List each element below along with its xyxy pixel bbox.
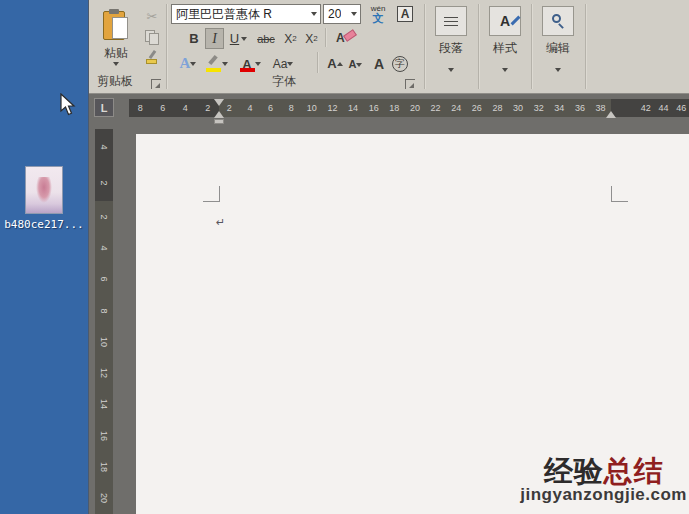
desktop-file-icon[interactable]: b480ce217... bbox=[4, 166, 84, 231]
styles-group-label: 样式 bbox=[479, 40, 531, 57]
font-name-caret-icon bbox=[311, 12, 317, 16]
font-size-caret-icon bbox=[351, 12, 357, 16]
shrink-arrow-icon bbox=[356, 63, 362, 67]
hanging-indent-marker[interactable] bbox=[214, 111, 224, 118]
margin-corner-mark-topright-icon bbox=[611, 186, 628, 202]
enclose-characters-icon: 字 bbox=[392, 56, 408, 72]
document-page[interactable]: ↵ 经验总结 jingyanzongjie.com bbox=[136, 134, 689, 514]
bold-button[interactable]: B bbox=[184, 28, 204, 49]
copy-button[interactable] bbox=[141, 27, 163, 47]
paste-dropdown-caret bbox=[113, 62, 119, 66]
desktop-background: b480ce217... bbox=[0, 0, 88, 514]
character-border-button[interactable]: A bbox=[394, 2, 416, 26]
font-size-value: 20 bbox=[324, 7, 341, 21]
editing-caret-icon bbox=[555, 68, 561, 72]
font-dialog-launcher-icon[interactable] bbox=[405, 79, 415, 89]
desktop-file-label: b480ce217... bbox=[4, 218, 84, 231]
magnifier-icon bbox=[542, 6, 574, 36]
clear-formatting-icon: A bbox=[336, 31, 354, 46]
paragraph-caret-icon bbox=[448, 68, 454, 72]
underline-button[interactable]: U bbox=[225, 28, 252, 49]
shrink-font-button[interactable]: A bbox=[346, 52, 365, 75]
tab-stop-selector[interactable]: L bbox=[94, 98, 114, 117]
character-shading-button[interactable]: A bbox=[370, 52, 388, 75]
copy-icon bbox=[145, 30, 159, 45]
image-file-thumbnail bbox=[25, 166, 63, 214]
change-case-button[interactable]: Aa bbox=[267, 52, 299, 75]
grow-arrow-icon bbox=[337, 62, 343, 66]
screen: b480ce217... 粘贴 ✂ bbox=[0, 0, 689, 514]
character-border-icon: A bbox=[397, 6, 414, 22]
watermark-domain: jingyanzongjie.com bbox=[520, 486, 687, 504]
cut-button[interactable]: ✂ bbox=[141, 6, 163, 26]
watermark-title-red: 总结 bbox=[604, 455, 664, 487]
format-painter-icon bbox=[144, 50, 160, 66]
paste-clipboard-icon bbox=[103, 9, 129, 43]
ruler-left-margin: 8642 bbox=[129, 99, 219, 117]
group-divider bbox=[585, 4, 586, 89]
strikethrough-button[interactable]: abc bbox=[253, 28, 279, 49]
margin-corner-mark-topleft-icon bbox=[203, 186, 220, 202]
editing-group-label: 编辑 bbox=[532, 40, 584, 57]
highlighter-icon bbox=[206, 55, 222, 72]
superscript-button[interactable]: X2 bbox=[301, 28, 322, 49]
subscript-button[interactable]: X2 bbox=[280, 28, 301, 49]
ribbon: 粘贴 ✂ 剪贴板 阿里巴巴普惠体 R 20 bbox=[89, 0, 689, 94]
word-window: 粘贴 ✂ 剪贴板 阿里巴巴普惠体 R 20 bbox=[88, 0, 689, 514]
paste-button[interactable]: 粘贴 bbox=[92, 3, 140, 72]
text-effects-button[interactable]: A bbox=[175, 52, 201, 75]
phonetic-char-text: 文 bbox=[373, 13, 384, 24]
button-divider bbox=[317, 52, 318, 73]
paragraph-group-button[interactable]: 段落 bbox=[425, 0, 477, 92]
first-line-indent-marker[interactable] bbox=[214, 99, 224, 106]
font-group-label: 字体 bbox=[272, 73, 296, 90]
font-size-combobox[interactable]: 20 bbox=[323, 4, 361, 24]
right-indent-marker[interactable] bbox=[606, 111, 616, 118]
vertical-ruler-text-area: 2468101214161820 bbox=[95, 201, 113, 514]
watermark: 经验总结 jingyanzongjie.com bbox=[520, 456, 687, 504]
styles-group-button[interactable]: A 样式 bbox=[479, 0, 531, 92]
clear-formatting-button[interactable]: A bbox=[332, 28, 358, 49]
clipboard-dialog-launcher-icon[interactable] bbox=[151, 79, 161, 89]
enclose-characters-button[interactable]: 字 bbox=[389, 52, 411, 75]
font-color-button[interactable]: A bbox=[235, 52, 265, 75]
text-highlight-color-button[interactable] bbox=[202, 52, 232, 75]
ruler-text-area: 2468101214161820222426283032343638 bbox=[219, 99, 611, 117]
paste-label: 粘贴 bbox=[104, 45, 128, 62]
phonetic-guide-button[interactable]: wén 文 bbox=[365, 1, 391, 27]
clipboard-group-label: 剪贴板 bbox=[97, 73, 133, 90]
italic-button[interactable]: I bbox=[205, 28, 224, 49]
paragraph-group-label: 段落 bbox=[425, 40, 477, 57]
watermark-title-dark: 经验 bbox=[544, 455, 604, 487]
vertical-ruler-top-margin: 42 bbox=[95, 129, 113, 201]
font-name-value: 阿里巴巴普惠体 R bbox=[172, 6, 272, 23]
font-color-icon: A bbox=[240, 55, 255, 72]
button-divider bbox=[325, 28, 326, 47]
left-indent-marker[interactable] bbox=[214, 119, 224, 124]
document-workspace: L 8642 246810121416182022242628303234363… bbox=[89, 95, 689, 514]
grow-font-button[interactable]: A bbox=[325, 52, 345, 75]
scissors-icon: ✂ bbox=[147, 9, 158, 24]
vertical-ruler: 42 2468101214161820 bbox=[95, 129, 113, 514]
mouse-cursor bbox=[60, 93, 77, 121]
styles-caret-icon bbox=[502, 68, 508, 72]
ruler-right-margin: 424446 bbox=[611, 99, 689, 117]
paragraph-icon bbox=[435, 6, 467, 36]
horizontal-ruler: 8642 2468101214161820222426283032343638 … bbox=[129, 99, 689, 117]
text-effects-icon: A bbox=[180, 55, 191, 72]
paragraph-mark: ↵ bbox=[216, 216, 225, 229]
font-name-combobox[interactable]: 阿里巴巴普惠体 R bbox=[171, 4, 321, 24]
styles-icon: A bbox=[489, 6, 521, 36]
editing-group-button[interactable]: 编辑 bbox=[532, 0, 584, 92]
group-divider bbox=[166, 4, 167, 89]
underline-caret-icon bbox=[241, 37, 247, 41]
format-painter-button[interactable] bbox=[141, 48, 163, 68]
